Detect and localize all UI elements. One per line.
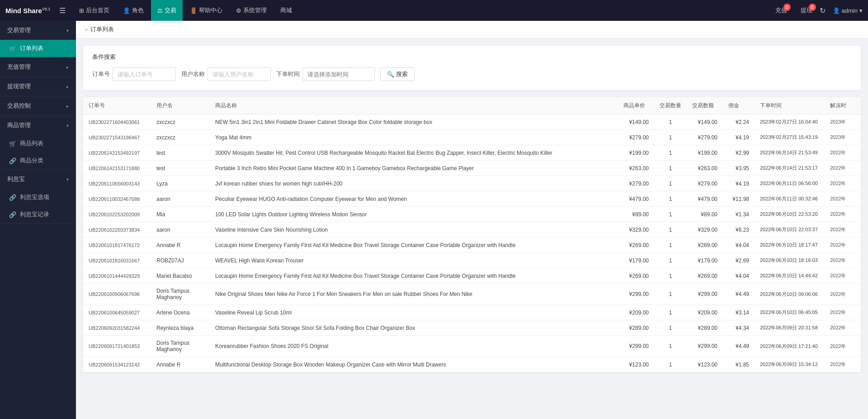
- cell-product: Multifunctional Desktop Storage Box Wood…: [210, 357, 618, 372]
- cell-user: zxczxcz: [151, 130, 210, 145]
- nav-item-transaction[interactable]: ⚖ 交易: [151, 0, 183, 21]
- search-row: 订单号 用户名称 下单时间 🔍 搜索: [92, 67, 852, 81]
- table-row: UB2206100906067696 Doris Tampus Maghanoy…: [83, 284, 861, 305]
- cell-product: Locaupin Home Emergency Family First Aid…: [210, 268, 618, 284]
- cell-price: ¥299.00: [618, 336, 654, 357]
- nav-item-help[interactable]: 🚪 帮助中心: [184, 0, 229, 21]
- search-field-time: 下单时间: [276, 67, 375, 81]
- cell-qty: 1: [654, 145, 687, 161]
- cell-total: ¥209.00: [687, 305, 723, 320]
- sidebar-group-interest-header[interactable]: 利息宝 ▾: [0, 170, 76, 189]
- cell-order: UB2206092031582244: [83, 320, 151, 336]
- sidebar-item-order-list[interactable]: 🛒 订单列表: [0, 40, 76, 57]
- sidebar-group-recharge: 充值管理 ▸: [0, 57, 76, 77]
- sidebar-group-transaction-header[interactable]: 交易管理 ▾: [0, 21, 76, 40]
- breadcrumb: » 订单列表: [76, 21, 868, 38]
- sidebar-item-interest-records[interactable]: 🔗 利息宝记录: [0, 206, 76, 223]
- link-icon-2: 🔗: [9, 194, 16, 201]
- cell-total: ¥179.00: [687, 253, 723, 268]
- cell-order-time: 2022年06月14日 21:53:17: [755, 161, 825, 176]
- cell-user: test: [151, 161, 210, 176]
- search-field-order: 订单号: [92, 67, 176, 81]
- cell-qty: 1: [654, 284, 687, 305]
- sidebar-item-goods-category[interactable]: 🔗 商品分类: [0, 152, 76, 169]
- time-input[interactable]: [302, 67, 375, 81]
- sidebar-item-interest-options[interactable]: 🔗 利息宝选项: [0, 189, 76, 206]
- admin-dropdown[interactable]: 👤 admin ▾: [833, 7, 863, 14]
- cell-total: ¥279.00: [687, 130, 723, 145]
- cell-qty: 1: [654, 114, 687, 130]
- cell-commission: ¥3.14: [723, 305, 755, 320]
- nav-icon-role: 👤: [123, 7, 130, 14]
- cell-product: NEW 5in1 3in1 2in1 Mini Foldable Drawer …: [210, 114, 618, 130]
- sidebar-group-recharge-header[interactable]: 充值管理 ▸: [0, 57, 76, 76]
- user-input[interactable]: [208, 67, 271, 81]
- sidebar-group-interest: 利息宝 ▾ 🔗 利息宝选项 🔗 利息宝记录: [0, 170, 76, 224]
- search-icon: 🔍: [387, 71, 394, 78]
- col-header-price: 商品单价: [618, 97, 654, 114]
- recharge-button[interactable]: 充值 0: [775, 6, 787, 14]
- nav-item-shop[interactable]: 商城: [274, 0, 298, 21]
- table-row: UB2206102253202009 Mia 100 LED Solar Lig…: [83, 207, 861, 222]
- cell-unfreeze-time: 2022年: [825, 357, 861, 372]
- sidebar-group-withdraw-header[interactable]: 提现管理 ▸: [0, 77, 76, 96]
- menu-toggle-icon[interactable]: ☰: [59, 6, 66, 15]
- sidebar-group-goods-header[interactable]: 商品管理 ▾: [0, 116, 76, 135]
- cell-commission: ¥4.04: [723, 238, 755, 253]
- cell-price: ¥199.00: [618, 145, 654, 161]
- cell-order: UB2302271543196467: [83, 130, 151, 145]
- chevron-icon-5: ▾: [66, 177, 69, 182]
- cell-product: Portable 3 Inch Retro Mini Pocket Game M…: [210, 161, 618, 176]
- cell-price: ¥179.00: [618, 253, 654, 268]
- cell-qty: 1: [654, 191, 687, 207]
- cell-price: ¥209.00: [618, 305, 654, 320]
- cell-total: ¥269.00: [687, 238, 723, 253]
- cell-user: zxczxcz: [151, 114, 210, 130]
- cell-total: ¥299.00: [687, 284, 723, 305]
- sidebar-group-trade-control-header[interactable]: 交易控制 ▸: [0, 96, 76, 115]
- search-button[interactable]: 🔍 搜索: [380, 67, 415, 81]
- cell-order: UB2206102203373834: [83, 222, 151, 238]
- cell-price: ¥289.00: [618, 320, 654, 336]
- cell-user: ROBZ07AJ: [151, 253, 210, 268]
- table-row: UB2302271543196467 zxczxcz Yoga Mat 4mm …: [83, 130, 861, 145]
- cell-user: Doris Tampus Maghanoy: [151, 336, 210, 357]
- cell-order: UB2302271604403061: [83, 114, 151, 130]
- withdraw-button[interactable]: 提现 0: [801, 6, 812, 14]
- sidebar-group-goods: 商品管理 ▾ 🛒 商品列表 🔗 商品分类: [0, 116, 76, 170]
- nav-icon-transaction: ⚖: [157, 7, 163, 14]
- cell-unfreeze-time: 2022年: [825, 191, 861, 207]
- cart-icon: 🛒: [9, 45, 16, 52]
- cell-product: Locaupin Home Emergency Family First Aid…: [210, 238, 618, 253]
- nav-item-system[interactable]: ⚙ 系统管理: [230, 0, 273, 21]
- search-panel: 条件搜索 订单号 用户名称 下单时间 🔍: [83, 46, 861, 90]
- col-header-total: 交易数额: [687, 97, 723, 114]
- nav-icon-system: ⚙: [236, 7, 241, 14]
- cell-qty: 1: [654, 268, 687, 284]
- cell-commission: ¥2.24: [723, 114, 755, 130]
- nav-icon-help: 🚪: [190, 7, 197, 14]
- breadcrumb-current: 订单列表: [90, 25, 114, 33]
- link-icon-3: 🔗: [9, 211, 16, 218]
- cell-qty: 1: [654, 161, 687, 176]
- cell-order: UB2206091721401853: [83, 336, 151, 357]
- cell-user: aaron: [151, 222, 210, 238]
- table-row: UB2206100645059027 Arlene Ocena Vaseline…: [83, 305, 861, 320]
- cell-unfreeze-time: 2022年: [825, 176, 861, 191]
- refresh-icon: ↻: [820, 6, 826, 15]
- admin-icon: 👤: [833, 7, 840, 14]
- cell-product: Vaseline Intensive Care Skin Nourishing …: [210, 222, 618, 238]
- table-row: UB2302271604403061 zxczxcz NEW 5in1 3in1…: [83, 114, 861, 130]
- breadcrumb-arrow: »: [85, 27, 88, 32]
- nav-item-dashboard[interactable]: ⊞ 后台首页: [73, 0, 116, 21]
- cell-price: ¥479.00: [618, 191, 654, 207]
- content-body: 条件搜索 订单号 用户名称 下单时间 🔍: [76, 38, 868, 419]
- recharge-badge: 0: [783, 4, 791, 11]
- order-input[interactable]: [113, 67, 176, 81]
- sidebar-item-goods-list[interactable]: 🛒 商品列表: [0, 135, 76, 152]
- time-label: 下单时间: [276, 70, 300, 78]
- refresh-button[interactable]: ↻: [820, 6, 826, 15]
- cell-unfreeze-time: 2023年: [825, 114, 861, 130]
- nav-item-role[interactable]: 👤 角色: [117, 0, 150, 21]
- cell-price: ¥89.00: [618, 207, 654, 222]
